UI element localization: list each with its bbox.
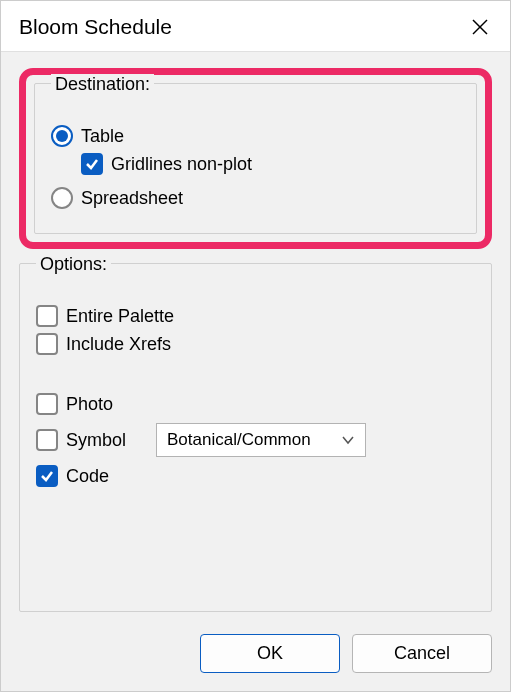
checkbox-photo[interactable] [36, 393, 58, 415]
dialog-window: Bloom Schedule Destination: Table G [0, 0, 511, 692]
checkbox-gridlines-row[interactable]: Gridlines non-plot [81, 153, 460, 175]
checkbox-symbol[interactable] [36, 429, 58, 451]
ok-button[interactable]: OK [200, 634, 340, 673]
dialog-title: Bloom Schedule [19, 15, 172, 39]
radio-spreadsheet-label: Spreadsheet [81, 188, 183, 209]
radio-table[interactable] [51, 125, 73, 147]
checkbox-include-xrefs-label: Include Xrefs [66, 334, 171, 355]
checkbox-code-row[interactable]: Code [36, 465, 126, 487]
checkmark-icon [85, 157, 99, 171]
select-value: Botanical/Common [167, 430, 311, 450]
checkbox-code[interactable] [36, 465, 58, 487]
button-row: OK Cancel [19, 626, 492, 673]
radio-spreadsheet-row[interactable]: Spreadsheet [51, 187, 460, 209]
checkbox-include-xrefs[interactable] [36, 333, 58, 355]
symbol-row-wrap: Photo Symbol Code [36, 387, 475, 493]
checkbox-photo-row[interactable]: Photo [36, 393, 126, 415]
options-legend: Options: [36, 254, 111, 275]
checkbox-gridlines[interactable] [81, 153, 103, 175]
close-button[interactable] [466, 13, 494, 41]
radio-table-row[interactable]: Table [51, 125, 460, 147]
chevron-down-icon [341, 433, 355, 447]
checkbox-entire-palette-row[interactable]: Entire Palette [36, 305, 475, 327]
radio-spreadsheet[interactable] [51, 187, 73, 209]
checkmark-icon [40, 469, 54, 483]
checkbox-gridlines-label: Gridlines non-plot [111, 154, 252, 175]
close-icon [471, 18, 489, 36]
checkbox-entire-palette[interactable] [36, 305, 58, 327]
highlight-callout: Destination: Table Gridlines non-plot Sp… [19, 68, 492, 249]
radio-table-label: Table [81, 126, 124, 147]
checkbox-symbol-row[interactable]: Symbol [36, 429, 126, 451]
title-bar: Bloom Schedule [1, 1, 510, 51]
checkbox-entire-palette-label: Entire Palette [66, 306, 174, 327]
destination-group: Destination: Table Gridlines non-plot Sp… [34, 83, 477, 234]
checkbox-code-label: Code [66, 466, 109, 487]
checkbox-photo-label: Photo [66, 394, 113, 415]
dialog-body: Destination: Table Gridlines non-plot Sp… [1, 51, 510, 691]
options-group: Options: Entire Palette Include Xrefs [19, 263, 492, 612]
cancel-button[interactable]: Cancel [352, 634, 492, 673]
name-format-select[interactable]: Botanical/Common [156, 423, 366, 457]
destination-legend: Destination: [51, 74, 154, 95]
checkbox-include-xrefs-row[interactable]: Include Xrefs [36, 333, 475, 355]
checkbox-symbol-label: Symbol [66, 430, 126, 451]
